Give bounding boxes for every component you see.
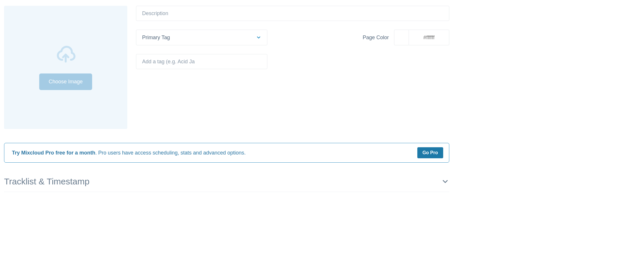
color-hex-input[interactable] [409,30,449,45]
image-upload-box[interactable]: Choose Image [4,6,127,129]
pro-promo-banner: Try Mixcloud Pro free for a month. Pro u… [4,143,449,163]
primary-tag-select[interactable]: Primary Tag [136,30,267,45]
go-pro-button[interactable]: Go Pro [417,147,443,158]
description-input[interactable] [136,6,449,21]
primary-tag-label: Primary Tag [142,35,170,41]
promo-rest: . Pro users have access scheduling, stat… [95,150,246,156]
chevron-down-icon [441,177,449,186]
tracklist-section-toggle[interactable]: Tracklist & Timestamp [4,177,449,192]
color-swatch[interactable] [394,30,409,45]
promo-text: Try Mixcloud Pro free for a month. Pro u… [12,150,246,156]
choose-image-button[interactable]: Choose Image [39,73,92,90]
cloud-upload-icon [55,45,76,66]
promo-bold: Try Mixcloud Pro free for a month [12,150,95,156]
form-column: Primary Tag Page Color [136,6,449,129]
section-title: Tracklist & Timestamp [4,177,90,186]
chevron-down-icon [256,35,261,40]
page-color-label: Page Color [363,35,389,41]
tag-and-color-row: Primary Tag Page Color [136,30,449,45]
upload-and-form-row: Choose Image Primary Tag Page Color [4,6,449,129]
page-color-group: Page Color [363,30,449,45]
add-tag-input[interactable] [136,54,267,69]
page-color-inputs [394,30,449,45]
